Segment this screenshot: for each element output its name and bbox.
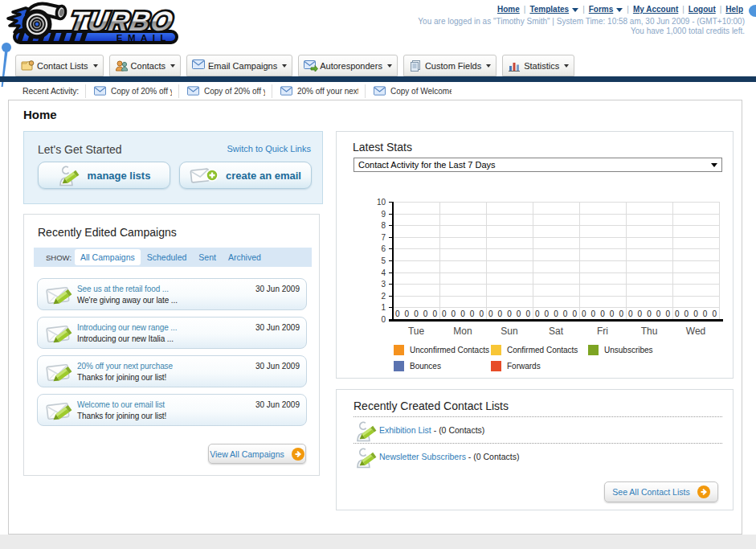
main-nav-tabs: Contact Lists Contacts Email Campaigns A…	[15, 55, 574, 76]
bar-value-label: 0	[515, 309, 523, 318]
bar-value-label: 0	[570, 309, 578, 318]
help-bubble-icon[interactable]	[749, 5, 756, 17]
tab-autoresponders[interactable]: Autoresponders	[298, 55, 398, 76]
get-started-title: Let's Get Started	[38, 143, 122, 156]
bar-value-label: 0	[477, 309, 485, 318]
separator: |	[716, 5, 726, 14]
logo-title: TURBO	[67, 6, 176, 36]
envelope-pencil-icon	[45, 284, 75, 307]
latest-stats-panel: Latest Stats Contact Activity for the La…	[336, 131, 734, 379]
separator: |	[520, 5, 530, 14]
x-tick-label: Thu	[629, 326, 669, 337]
people-icon	[115, 59, 128, 72]
top-link-my-account[interactable]: My Account	[633, 5, 678, 14]
envelope-arrow-icon	[304, 59, 317, 72]
legend-swatch	[394, 361, 404, 371]
bar-value-label: 0	[542, 309, 550, 318]
contact-list-link[interactable]: Newsletter Subscribers	[379, 452, 466, 461]
envelope-pencil-icon	[45, 361, 75, 384]
top-link-templates[interactable]: Templates	[529, 5, 569, 14]
recent-activity-text: Copy of Welcome to	[390, 87, 452, 96]
campaign-title[interactable]: Welcome to our email list	[77, 400, 165, 409]
top-link-forms[interactable]: Forms	[589, 5, 614, 14]
envelope-pencil-icon	[45, 399, 75, 423]
bar-value-label: 0	[422, 309, 430, 318]
top-link-logout[interactable]: Logout	[689, 5, 716, 14]
recent-activity-item[interactable]: Copy of 20% off yo	[178, 84, 272, 98]
person-pencil-icon	[58, 165, 80, 186]
legend-label: Forwards	[507, 362, 541, 371]
top-link-help[interactable]: Help	[725, 5, 743, 14]
campaign-row[interactable]: Introducing our new range ... Introducin…	[37, 317, 307, 349]
tab-label: Contact Lists	[37, 61, 88, 71]
bar-value-label: 0	[664, 309, 672, 318]
x-tick-label: Fri	[582, 326, 623, 337]
chevron-down-icon	[486, 64, 491, 68]
tab-contacts[interactable]: Contacts	[109, 55, 181, 76]
bar-value-label: 0	[599, 309, 607, 318]
navy-divider-bar	[0, 76, 756, 82]
campaign-date: 30 Jun 2009	[255, 362, 300, 371]
y-tick-label: 9	[370, 210, 386, 219]
filter-scheduled[interactable]: Scheduled	[147, 252, 187, 262]
campaign-row[interactable]: Welcome to our email list Thanks for joi…	[37, 394, 307, 426]
activity-chart: 0123456789100000000000000000000000000000…	[337, 132, 734, 379]
recent-activity-item[interactable]: Copy of 20% off yo	[85, 84, 178, 98]
create-an-email-button[interactable]: create an email	[179, 162, 312, 189]
top-link-home[interactable]: Home	[497, 5, 520, 14]
chevron-down-icon	[387, 64, 392, 68]
tab-custom-fields[interactable]: Custom Fields	[403, 55, 497, 76]
contact-list-link[interactable]: Exhibition List	[379, 425, 431, 435]
envelope-arrow-icon	[304, 59, 318, 72]
view-all-campaigns-label: View All Campaigns	[210, 449, 284, 459]
see-all-contact-lists-label: See All Contact Lists	[612, 487, 689, 497]
campaigns-panel: Recently Edited Campaigns SHOW: All Camp…	[23, 214, 320, 476]
campaign-title[interactable]: See us at the retail food ...	[77, 285, 169, 293]
y-tick-label: 6	[370, 244, 386, 253]
bar-value-label: 0	[562, 309, 570, 318]
see-all-contact-lists-button[interactable]: See All Contact Lists	[604, 481, 718, 502]
filter-archived[interactable]: Archived	[228, 252, 261, 262]
bar-value-label: 0	[617, 309, 625, 318]
campaign-row[interactable]: See us at the retail food ... We're givi…	[37, 278, 307, 310]
recent-activity-item[interactable]: 20% off your next p	[272, 84, 365, 98]
campaign-row[interactable]: 20% off your next purchase Thanks for jo…	[37, 355, 307, 387]
envelope-icon	[94, 86, 106, 96]
button-label: create an email	[226, 170, 301, 182]
legend-swatch	[491, 345, 501, 355]
pages-icon	[409, 59, 422, 72]
bar-value-label: 0	[692, 309, 700, 318]
footer-strip	[0, 535, 756, 549]
campaign-title[interactable]: 20% off your next purchase	[77, 362, 173, 371]
tab-label: Custom Fields	[425, 61, 481, 71]
contact-list-row[interactable]: Newsletter Subscribers - (0 Contacts)	[353, 443, 722, 469]
filter-sent[interactable]: Sent	[198, 252, 216, 262]
envelope-plus-icon	[190, 166, 219, 185]
app-logo[interactable]: EMAIL TURBO	[5, 2, 238, 51]
legend-label: Unsubscribes	[604, 346, 653, 354]
tab-contact-lists[interactable]: Contact Lists	[15, 55, 104, 76]
tab-label: Autoresponders	[320, 61, 382, 71]
separator: |	[578, 5, 589, 14]
campaign-title[interactable]: Introducing our new range ...	[77, 323, 177, 332]
separator: |	[678, 5, 689, 14]
x-tick-label: Sat	[536, 326, 576, 337]
bar-value-label: 0	[394, 309, 402, 318]
arrow-circle-icon	[697, 485, 710, 498]
envelope-pencil-icon	[45, 322, 75, 346]
filter-all-campaigns[interactable]: All Campaigns	[75, 249, 141, 265]
recent-activity-item[interactable]: Copy of Welcome to	[365, 84, 458, 98]
view-all-campaigns-button[interactable]: View All Campaigns	[208, 444, 306, 464]
tab-statistics[interactable]: Statistics	[502, 55, 574, 76]
envelope-icon	[192, 59, 205, 69]
tab-email-campaigns[interactable]: Email Campaigns	[186, 55, 292, 76]
bar-value-label: 0	[449, 309, 457, 318]
campaign-subtitle: Thanks for joining our list!	[77, 373, 166, 382]
bar-value-label: 0	[524, 309, 532, 318]
manage-lists-button[interactable]: manage lists	[38, 162, 170, 189]
contact-list-row[interactable]: Exhibition List - (0 Contacts)	[353, 416, 722, 443]
legend-item: Unsubscribes	[588, 345, 653, 355]
chevron-down-icon	[564, 64, 569, 68]
y-tick-label: 5	[370, 256, 386, 265]
switch-quick-links[interactable]: Switch to Quick Links	[227, 144, 311, 154]
